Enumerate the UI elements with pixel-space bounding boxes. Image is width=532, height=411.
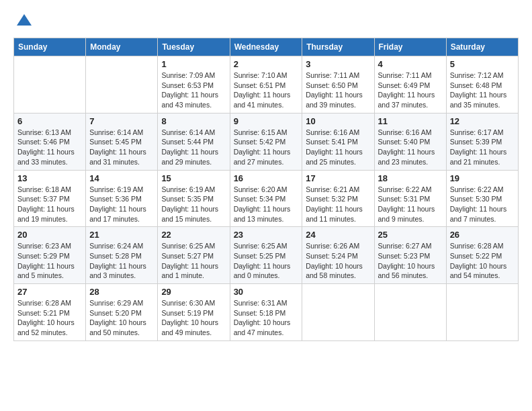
day-detail: Sunrise: 6:18 AM Sunset: 5:37 PM Dayligh… (17, 185, 82, 224)
day-number: 26 (450, 230, 515, 240)
weekday-header-row: SundayMondayTuesdayWednesdayThursdayFrid… (14, 38, 519, 56)
day-detail: Sunrise: 6:14 AM Sunset: 5:45 PM Dayligh… (89, 128, 154, 167)
day-number: 22 (161, 230, 226, 240)
calendar-cell: 30Sunrise: 6:31 AM Sunset: 5:18 PM Dayli… (230, 284, 302, 341)
calendar-cell: 7Sunrise: 6:14 AM Sunset: 5:45 PM Daylig… (86, 113, 158, 170)
day-detail: Sunrise: 6:29 AM Sunset: 5:20 PM Dayligh… (89, 298, 154, 338)
calendar-week-row: 20Sunrise: 6:23 AM Sunset: 5:29 PM Dayli… (14, 227, 519, 284)
day-detail: Sunrise: 6:28 AM Sunset: 5:21 PM Dayligh… (17, 298, 82, 338)
day-number: 19 (450, 173, 515, 183)
calendar-week-row: 6Sunrise: 6:13 AM Sunset: 5:46 PM Daylig… (14, 113, 519, 170)
day-detail: Sunrise: 6:31 AM Sunset: 5:18 PM Dayligh… (234, 298, 299, 338)
day-number: 1 (161, 59, 226, 69)
calendar-cell: 27Sunrise: 6:28 AM Sunset: 5:21 PM Dayli… (14, 284, 86, 341)
calendar-cell (374, 284, 446, 341)
svg-marker-0 (17, 14, 32, 26)
calendar-cell: 20Sunrise: 6:23 AM Sunset: 5:29 PM Dayli… (14, 227, 86, 284)
weekday-header-friday: Friday (374, 38, 446, 56)
calendar-cell: 14Sunrise: 6:19 AM Sunset: 5:36 PM Dayli… (86, 170, 158, 227)
day-detail: Sunrise: 6:22 AM Sunset: 5:30 PM Dayligh… (450, 185, 515, 224)
day-number: 8 (161, 116, 226, 126)
calendar-cell (302, 284, 374, 341)
calendar-cell: 19Sunrise: 6:22 AM Sunset: 5:30 PM Dayli… (446, 170, 518, 227)
calendar-cell: 8Sunrise: 6:14 AM Sunset: 5:44 PM Daylig… (158, 113, 230, 170)
page: SundayMondayTuesdayWednesdayThursdayFrid… (0, 0, 532, 353)
day-detail: Sunrise: 6:14 AM Sunset: 5:44 PM Dayligh… (161, 128, 226, 167)
calendar-cell: 1Sunrise: 7:09 AM Sunset: 6:53 PM Daylig… (158, 56, 230, 113)
day-detail: Sunrise: 6:16 AM Sunset: 5:41 PM Dayligh… (306, 128, 370, 167)
day-number: 9 (234, 116, 299, 126)
day-detail: Sunrise: 6:21 AM Sunset: 5:32 PM Dayligh… (306, 185, 370, 224)
calendar-cell (86, 56, 158, 113)
day-number: 4 (378, 59, 443, 69)
calendar-cell: 6Sunrise: 6:13 AM Sunset: 5:46 PM Daylig… (14, 113, 86, 170)
calendar-cell: 25Sunrise: 6:27 AM Sunset: 5:23 PM Dayli… (374, 227, 446, 284)
calendar-cell: 26Sunrise: 6:28 AM Sunset: 5:22 PM Dayli… (446, 227, 518, 284)
calendar-cell: 13Sunrise: 6:18 AM Sunset: 5:37 PM Dayli… (14, 170, 86, 227)
day-detail: Sunrise: 6:24 AM Sunset: 5:28 PM Dayligh… (89, 241, 154, 281)
calendar-cell: 3Sunrise: 7:11 AM Sunset: 6:50 PM Daylig… (302, 56, 374, 113)
calendar-cell (14, 56, 86, 113)
day-detail: Sunrise: 6:28 AM Sunset: 5:22 PM Dayligh… (450, 241, 515, 281)
calendar-cell: 29Sunrise: 6:30 AM Sunset: 5:19 PM Dayli… (158, 284, 230, 341)
calendar-cell: 17Sunrise: 6:21 AM Sunset: 5:32 PM Dayli… (302, 170, 374, 227)
day-number: 17 (306, 173, 370, 183)
calendar-cell (446, 284, 518, 341)
day-detail: Sunrise: 6:30 AM Sunset: 5:19 PM Dayligh… (161, 298, 226, 338)
logo (13, 12, 34, 31)
calendar-cell: 22Sunrise: 6:25 AM Sunset: 5:27 PM Dayli… (158, 227, 230, 284)
day-number: 2 (234, 59, 299, 69)
day-detail: Sunrise: 6:25 AM Sunset: 5:25 PM Dayligh… (234, 241, 299, 281)
calendar-cell: 9Sunrise: 6:15 AM Sunset: 5:42 PM Daylig… (230, 113, 302, 170)
day-number: 14 (89, 173, 154, 183)
calendar-cell: 5Sunrise: 7:12 AM Sunset: 6:48 PM Daylig… (446, 56, 518, 113)
weekday-header-saturday: Saturday (446, 38, 518, 56)
day-number: 13 (17, 173, 82, 183)
day-detail: Sunrise: 6:16 AM Sunset: 5:40 PM Dayligh… (378, 128, 443, 167)
day-detail: Sunrise: 6:20 AM Sunset: 5:34 PM Dayligh… (234, 185, 299, 224)
calendar-week-row: 27Sunrise: 6:28 AM Sunset: 5:21 PM Dayli… (14, 284, 519, 341)
day-number: 5 (450, 59, 515, 69)
day-detail: Sunrise: 7:09 AM Sunset: 6:53 PM Dayligh… (161, 71, 226, 110)
calendar-cell: 10Sunrise: 6:16 AM Sunset: 5:41 PM Dayli… (302, 113, 374, 170)
calendar-cell: 16Sunrise: 6:20 AM Sunset: 5:34 PM Dayli… (230, 170, 302, 227)
weekday-header-sunday: Sunday (14, 38, 86, 56)
calendar-cell: 18Sunrise: 6:22 AM Sunset: 5:31 PM Dayli… (374, 170, 446, 227)
day-detail: Sunrise: 6:13 AM Sunset: 5:46 PM Dayligh… (17, 128, 82, 167)
day-number: 10 (306, 116, 370, 126)
weekday-header-wednesday: Wednesday (230, 38, 302, 56)
calendar-week-row: 1Sunrise: 7:09 AM Sunset: 6:53 PM Daylig… (14, 56, 519, 113)
calendar-cell: 23Sunrise: 6:25 AM Sunset: 5:25 PM Dayli… (230, 227, 302, 284)
header (13, 12, 519, 31)
logo-icon (15, 12, 34, 31)
day-number: 16 (234, 173, 299, 183)
weekday-header-tuesday: Tuesday (158, 38, 230, 56)
day-number: 23 (234, 230, 299, 240)
day-number: 28 (89, 287, 154, 297)
day-number: 20 (17, 230, 82, 240)
calendar-table: SundayMondayTuesdayWednesdayThursdayFrid… (13, 38, 519, 341)
day-detail: Sunrise: 6:17 AM Sunset: 5:39 PM Dayligh… (450, 128, 515, 167)
day-number: 3 (306, 59, 370, 69)
logo-general (13, 12, 34, 31)
day-detail: Sunrise: 6:23 AM Sunset: 5:29 PM Dayligh… (17, 241, 82, 281)
day-number: 7 (89, 116, 154, 126)
day-number: 15 (161, 173, 226, 183)
calendar-cell: 12Sunrise: 6:17 AM Sunset: 5:39 PM Dayli… (446, 113, 518, 170)
day-number: 29 (161, 287, 226, 297)
calendar-week-row: 13Sunrise: 6:18 AM Sunset: 5:37 PM Dayli… (14, 170, 519, 227)
day-number: 12 (450, 116, 515, 126)
weekday-header-monday: Monday (86, 38, 158, 56)
day-number: 18 (378, 173, 443, 183)
calendar-cell: 2Sunrise: 7:10 AM Sunset: 6:51 PM Daylig… (230, 56, 302, 113)
day-detail: Sunrise: 7:11 AM Sunset: 6:49 PM Dayligh… (378, 71, 443, 110)
day-detail: Sunrise: 6:26 AM Sunset: 5:24 PM Dayligh… (306, 241, 370, 281)
calendar-cell: 28Sunrise: 6:29 AM Sunset: 5:20 PM Dayli… (86, 284, 158, 341)
calendar-cell: 24Sunrise: 6:26 AM Sunset: 5:24 PM Dayli… (302, 227, 374, 284)
day-number: 21 (89, 230, 154, 240)
day-detail: Sunrise: 6:22 AM Sunset: 5:31 PM Dayligh… (378, 185, 443, 224)
calendar-cell: 21Sunrise: 6:24 AM Sunset: 5:28 PM Dayli… (86, 227, 158, 284)
weekday-header-thursday: Thursday (302, 38, 374, 56)
calendar-cell: 11Sunrise: 6:16 AM Sunset: 5:40 PM Dayli… (374, 113, 446, 170)
calendar-cell: 15Sunrise: 6:19 AM Sunset: 5:35 PM Dayli… (158, 170, 230, 227)
